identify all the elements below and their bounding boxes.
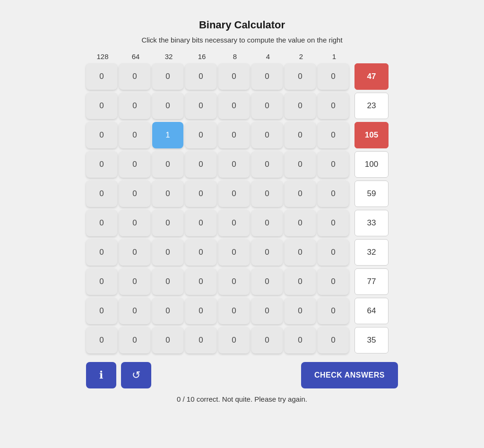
target-value: 64 xyxy=(354,298,389,324)
bit-cell[interactable]: 0 xyxy=(119,151,150,178)
target-value: 105 xyxy=(354,122,389,148)
bit-cell[interactable]: 0 xyxy=(152,239,183,266)
bit-cell[interactable]: 0 xyxy=(318,210,349,236)
bit-cell[interactable]: 0 xyxy=(152,181,183,207)
table-row: 0000000035 xyxy=(86,327,398,353)
bit-cell[interactable]: 0 xyxy=(119,181,150,207)
bit-cell[interactable]: 0 xyxy=(218,239,250,266)
bit-cell[interactable]: 0 xyxy=(218,181,250,207)
bit-cell[interactable]: 0 xyxy=(86,181,117,207)
bit-cell[interactable]: 0 xyxy=(285,93,316,119)
column-headers: 1286432168421 xyxy=(86,52,398,60)
bit-cell[interactable]: 0 xyxy=(185,63,216,90)
column-header: 128 xyxy=(86,52,119,60)
bit-cell[interactable]: 0 xyxy=(185,151,216,178)
bit-cell[interactable]: 0 xyxy=(218,268,250,295)
bit-cell[interactable]: 0 xyxy=(285,239,316,266)
bit-cell[interactable]: 0 xyxy=(86,298,117,324)
bit-cell[interactable]: 0 xyxy=(119,93,150,119)
bit-cell[interactable]: 0 xyxy=(185,93,216,119)
bit-cell[interactable]: 0 xyxy=(152,298,183,324)
bit-cell[interactable]: 0 xyxy=(251,268,283,295)
bit-cell[interactable]: 0 xyxy=(251,210,283,236)
bit-cell[interactable]: 0 xyxy=(86,239,117,266)
bit-cell[interactable]: 0 xyxy=(285,151,316,178)
bit-cell[interactable]: 0 xyxy=(119,239,150,266)
bit-cell[interactable]: 0 xyxy=(119,268,150,295)
column-header: 32 xyxy=(152,52,185,60)
bit-cell[interactable]: 0 xyxy=(318,122,349,148)
table-row: 0000000033 xyxy=(86,210,398,236)
reset-button[interactable]: ↺ xyxy=(121,362,151,388)
bit-cell[interactable]: 0 xyxy=(285,210,316,236)
bit-cell[interactable]: 0 xyxy=(285,298,316,324)
bit-cell[interactable]: 0 xyxy=(86,210,117,236)
bit-cell[interactable]: 0 xyxy=(318,181,349,207)
bit-cell[interactable]: 0 xyxy=(119,63,150,90)
bit-cell[interactable]: 0 xyxy=(86,122,117,148)
bit-cell[interactable]: 0 xyxy=(185,210,216,236)
bit-cell[interactable]: 0 xyxy=(218,93,250,119)
bit-cell[interactable]: 0 xyxy=(86,327,117,353)
bit-cell[interactable]: 0 xyxy=(86,63,117,90)
bit-cell[interactable]: 0 xyxy=(318,268,349,295)
table-row: 0000000032 xyxy=(86,239,398,266)
bit-cell[interactable]: 0 xyxy=(185,298,216,324)
bit-cell[interactable]: 0 xyxy=(318,327,349,353)
bit-cell[interactable]: 0 xyxy=(251,298,283,324)
bit-cell[interactable]: 0 xyxy=(318,63,349,90)
bit-cell[interactable]: 0 xyxy=(251,63,283,90)
bit-cell[interactable]: 0 xyxy=(185,122,216,148)
bit-cell[interactable]: 0 xyxy=(86,93,117,119)
check-answers-button[interactable]: CHECK ANSWERS xyxy=(301,362,398,388)
bit-cell[interactable]: 0 xyxy=(152,63,183,90)
bit-cell[interactable]: 0 xyxy=(251,327,283,353)
column-header: 4 xyxy=(251,52,285,60)
bit-cell[interactable]: 0 xyxy=(251,93,283,119)
bit-cell[interactable]: 0 xyxy=(285,268,316,295)
bit-cell[interactable]: 0 xyxy=(285,63,316,90)
bit-cell[interactable]: 0 xyxy=(152,327,183,353)
bit-cell[interactable]: 0 xyxy=(285,327,316,353)
bit-cell[interactable]: 0 xyxy=(119,122,150,148)
target-value: 33 xyxy=(354,210,389,236)
bit-cell[interactable]: 0 xyxy=(318,151,349,178)
bit-cell[interactable]: 0 xyxy=(318,239,349,266)
bit-cell[interactable]: 0 xyxy=(152,93,183,119)
column-header: 64 xyxy=(119,52,152,60)
table-row: 00100000105 xyxy=(86,122,398,148)
bit-cell[interactable]: 0 xyxy=(185,268,216,295)
target-value: 35 xyxy=(354,327,389,353)
bit-cell[interactable]: 0 xyxy=(86,268,117,295)
info-button[interactable]: ℹ xyxy=(86,362,116,388)
bit-cell[interactable]: 0 xyxy=(285,122,316,148)
bit-cell[interactable]: 0 xyxy=(285,181,316,207)
bit-cell[interactable]: 0 xyxy=(251,151,283,178)
bit-cell[interactable]: 0 xyxy=(185,181,216,207)
bit-cell[interactable]: 0 xyxy=(251,122,283,148)
bit-cell[interactable]: 0 xyxy=(152,268,183,295)
table-row: 0000000047 xyxy=(86,63,398,90)
bit-cell[interactable]: 0 xyxy=(218,327,250,353)
bit-cell[interactable]: 0 xyxy=(119,210,150,236)
target-value: 32 xyxy=(354,239,389,266)
bit-cell[interactable]: 0 xyxy=(152,210,183,236)
bit-cell[interactable]: 1 xyxy=(152,122,183,148)
table-row: 0000000064 xyxy=(86,298,398,324)
bit-cell[interactable]: 0 xyxy=(218,298,250,324)
bit-cell[interactable]: 0 xyxy=(119,327,150,353)
bit-cell[interactable]: 0 xyxy=(119,298,150,324)
bit-cell[interactable]: 0 xyxy=(318,298,349,324)
bit-cell[interactable]: 0 xyxy=(251,181,283,207)
bit-cell[interactable]: 0 xyxy=(218,122,250,148)
bit-cell[interactable]: 0 xyxy=(185,239,216,266)
bit-cell[interactable]: 0 xyxy=(86,151,117,178)
bit-cell[interactable]: 0 xyxy=(152,151,183,178)
bit-cell[interactable]: 0 xyxy=(251,239,283,266)
bit-cell[interactable]: 0 xyxy=(218,63,250,90)
bit-cell[interactable]: 0 xyxy=(318,93,349,119)
bit-cell[interactable]: 0 xyxy=(218,210,250,236)
bit-cell[interactable]: 0 xyxy=(218,151,250,178)
bit-cell[interactable]: 0 xyxy=(185,327,216,353)
target-value: 59 xyxy=(354,181,389,207)
